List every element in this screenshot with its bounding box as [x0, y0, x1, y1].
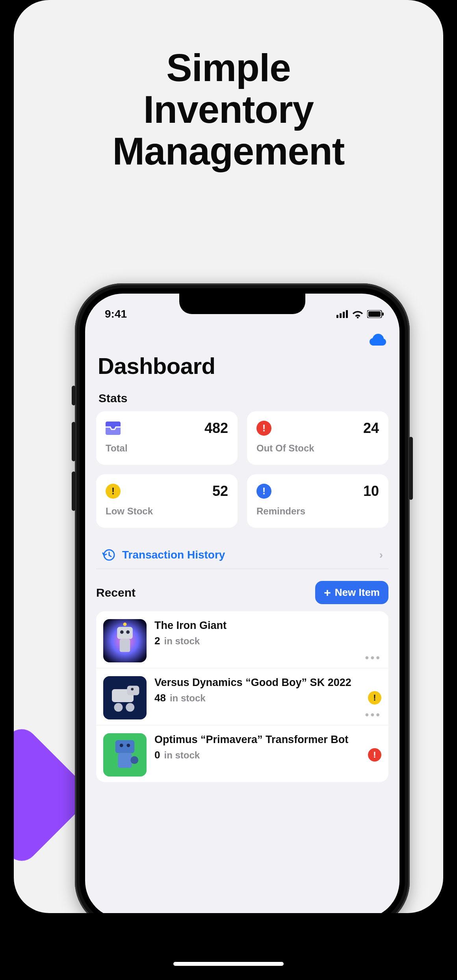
- alert-icon: [368, 748, 381, 762]
- promo-headline-line1: Simple: [166, 46, 290, 89]
- stat-total-value: 482: [204, 420, 228, 436]
- item-qty: 48: [154, 692, 166, 704]
- new-item-button[interactable]: + New Item: [315, 581, 388, 604]
- svg-rect-16: [127, 686, 139, 695]
- stat-card-total[interactable]: 482 Total: [96, 411, 238, 465]
- svg-rect-2: [343, 312, 345, 318]
- transaction-history-link[interactable]: Transaction History ›: [96, 541, 388, 569]
- stat-card-out-of-stock[interactable]: 24 Out Of Stock: [247, 411, 388, 465]
- item-stock-label: in stock: [170, 693, 206, 704]
- list-item[interactable]: Versus Dynamics “Good Boy” SK 2022 48 in…: [96, 668, 388, 725]
- svg-point-13: [123, 623, 127, 626]
- battery-icon: [367, 310, 384, 318]
- more-icon[interactable]: •••: [365, 651, 381, 664]
- new-item-button-label: New Item: [335, 586, 380, 599]
- item-title: The Iron Giant: [154, 619, 381, 632]
- svg-rect-1: [340, 313, 342, 318]
- item-thumbnail: [103, 676, 147, 719]
- promo-headline-line2: Inventory: [143, 88, 314, 131]
- page-title: Dashboard: [85, 346, 399, 381]
- warning-icon: [106, 484, 121, 499]
- stat-low-value: 52: [212, 483, 228, 499]
- stat-reminders-value: 10: [363, 483, 379, 499]
- svg-rect-3: [346, 310, 348, 318]
- svg-point-11: [120, 631, 124, 634]
- list-item[interactable]: Optimus “Primavera” Transformer Bot 0 in…: [96, 725, 388, 782]
- svg-point-24: [126, 743, 130, 747]
- transaction-history-label: Transaction History: [122, 549, 372, 561]
- promo-headline-line3: Management: [112, 129, 344, 173]
- list-item[interactable]: The Iron Giant 2 in stock •••: [96, 611, 388, 668]
- stat-reminders-label: Reminders: [256, 506, 379, 517]
- status-time: 9:41: [105, 308, 127, 320]
- svg-point-25: [130, 756, 138, 764]
- more-icon[interactable]: •••: [365, 708, 381, 721]
- svg-point-19: [131, 688, 134, 691]
- item-thumbnail: [103, 733, 147, 777]
- item-title: Versus Dynamics “Good Boy” SK 2022: [154, 676, 360, 689]
- svg-rect-21: [115, 740, 134, 753]
- stat-out-label: Out Of Stock: [256, 443, 379, 454]
- item-qty: 2: [154, 635, 160, 647]
- svg-rect-5: [368, 311, 381, 317]
- alert-icon: [256, 421, 271, 436]
- promo-headline: Simple Inventory Management: [14, 47, 443, 172]
- svg-point-12: [126, 631, 130, 634]
- phone-device-frame: 9:41: [75, 283, 410, 913]
- svg-point-23: [120, 743, 123, 747]
- stats-section-label: Stats: [85, 381, 399, 411]
- info-icon: [256, 484, 271, 499]
- recent-section-label: Recent: [96, 586, 136, 599]
- svg-point-17: [114, 703, 123, 712]
- chevron-right-icon: ›: [379, 549, 383, 561]
- item-thumbnail: [103, 619, 147, 662]
- item-stock-label: in stock: [164, 750, 200, 761]
- svg-rect-22: [118, 753, 132, 768]
- svg-rect-9: [117, 627, 133, 639]
- item-title: Optimus “Primavera” Transformer Bot: [154, 733, 360, 746]
- warning-icon: [368, 691, 381, 704]
- cloud-sync-button[interactable]: [370, 334, 386, 346]
- wifi-icon: [352, 310, 363, 318]
- stat-total-label: Total: [106, 443, 228, 454]
- signal-icon: [336, 310, 348, 318]
- stat-card-low-stock[interactable]: 52 Low Stock: [96, 474, 238, 528]
- app-screen: 9:41: [85, 294, 399, 913]
- stat-out-value: 24: [363, 420, 379, 436]
- svg-point-18: [126, 703, 134, 712]
- home-indicator: [173, 962, 284, 966]
- item-qty: 0: [154, 749, 160, 761]
- svg-rect-0: [336, 315, 338, 318]
- history-icon: [102, 548, 115, 562]
- stat-card-reminders[interactable]: 10 Reminders: [247, 474, 388, 528]
- svg-rect-10: [120, 639, 130, 652]
- item-stock-label: in stock: [164, 636, 200, 647]
- svg-rect-6: [382, 312, 384, 316]
- device-notch: [179, 294, 305, 314]
- inbox-icon: [106, 422, 121, 435]
- stat-low-label: Low Stock: [106, 506, 228, 517]
